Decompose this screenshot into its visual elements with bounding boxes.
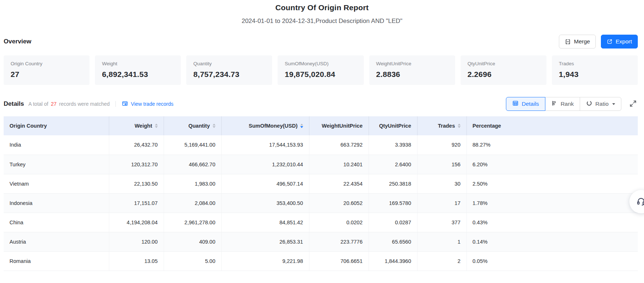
cell-percentage: 0.14% — [466, 232, 638, 251]
details-right: DetailsRankRatio — [506, 97, 638, 111]
cell-qtyunitprice: 2.6400 — [369, 155, 417, 174]
cell-percentage: 1.78% — [466, 193, 638, 213]
column-header-label: Weight — [134, 123, 152, 129]
export-button[interactable]: Export — [601, 35, 638, 49]
report-header: Country Of Origin Report 2024-01-01 to 2… — [0, 0, 644, 25]
column-header-label: WeightUnitPrice — [322, 123, 363, 129]
cell-qtyunitprice: 3.3938 — [369, 135, 417, 155]
cell-weightunitprice: 22.4354 — [309, 174, 369, 193]
stat-card-weightunitprice: WeightUnitPrice2.8836 — [369, 55, 455, 85]
table-grid-icon — [512, 100, 519, 108]
stat-card-value: 8,757,234.73 — [193, 70, 265, 79]
merge-button-label: Merge — [574, 38, 590, 45]
cell-weightunitprice: 663.7292 — [309, 135, 369, 155]
stat-card-qtyunitprice: QtyUnitPrice2.2696 — [461, 55, 546, 85]
column-header-label: SumOfMoney(USD) — [249, 123, 298, 129]
donut-chart-icon — [586, 100, 592, 108]
vertical-divider — [115, 101, 116, 107]
page-title: Country Of Origin Report — [0, 3, 644, 12]
view-trade-records-link[interactable]: View trade records — [122, 100, 173, 108]
column-header-label: Percentage — [473, 123, 501, 129]
cell-qtyunitprice: 250.3818 — [369, 174, 417, 193]
table-body: India26,432.705,169,441.0017,544,153.936… — [4, 135, 638, 271]
overview-actions: Merge Export — [559, 35, 638, 49]
match-suffix: records were matched — [59, 101, 110, 107]
cell-trades: 30 — [417, 174, 466, 193]
overview-heading: Overview — [4, 38, 31, 45]
view-tab-label: Details — [522, 101, 539, 107]
merge-button[interactable]: Merge — [559, 35, 596, 49]
table-row-austria: Austria120.00409.0026,853.31223.777665.6… — [4, 232, 638, 251]
stat-card-quantity: Quantity8,757,234.73 — [186, 55, 272, 85]
cell-sumofmoney-usd: 26,853.31 — [221, 232, 309, 251]
stat-card-value: 27 — [11, 70, 83, 79]
table-row-india: India26,432.705,169,441.0017,544,153.936… — [4, 135, 638, 155]
column-header-trades[interactable]: Trades — [417, 116, 466, 135]
table-row-romania: Romania13.055.009,221.98706.66511,844.39… — [4, 251, 638, 271]
column-header-sumofmoney-usd[interactable]: SumOfMoney(USD) — [221, 116, 309, 135]
cell-percentage: 0.43% — [466, 213, 638, 232]
view-tab-rank[interactable]: Rank — [545, 97, 580, 111]
cell-quantity: 5,169,441.00 — [164, 135, 221, 155]
cell-weight: 22,130.50 — [109, 174, 164, 193]
cell-sumofmoney-usd: 496,507.14 — [221, 174, 309, 193]
cell-weightunitprice: 20.6052 — [309, 193, 369, 213]
details-left: Details A total of 27 records were match… — [4, 100, 174, 108]
fullscreen-button[interactable] — [628, 99, 638, 109]
view-tab-details[interactable]: Details — [506, 97, 545, 111]
cell-origin-country: India — [4, 135, 109, 155]
cell-origin-country: China — [4, 213, 109, 232]
cell-trades: 377 — [417, 213, 466, 232]
column-header-weightunitprice: WeightUnitPrice — [309, 116, 369, 135]
column-header-label: Origin Country — [9, 123, 47, 129]
cell-origin-country: Romania — [4, 251, 109, 271]
cell-weight: 17,151.07 — [109, 193, 164, 213]
cell-weightunitprice: 706.6651 — [309, 251, 369, 271]
stat-card-value: 19,875,020.84 — [285, 70, 357, 79]
cell-trades: 1 — [417, 232, 466, 251]
table-header-row: Origin CountryWeightQuantitySumOfMoney(U… — [4, 116, 638, 135]
cell-sumofmoney-usd: 17,544,153.93 — [221, 135, 309, 155]
cell-weightunitprice: 10.2401 — [309, 155, 369, 174]
overview-cards: Origin Country27Weight6,892,341.53Quanti… — [0, 55, 644, 85]
view-tab-ratio[interactable]: Ratio — [580, 97, 621, 111]
stat-card-label: Origin Country — [11, 61, 83, 66]
column-header-weight[interactable]: Weight — [109, 116, 164, 135]
cell-percentage: 88.27% — [466, 135, 638, 155]
cell-origin-country: Vietnam — [4, 174, 109, 193]
stat-card-value: 1,943 — [559, 70, 631, 79]
stat-card-label: QtyUnitPrice — [468, 61, 540, 66]
cell-weight: 120.00 — [109, 232, 164, 251]
cell-sumofmoney-usd: 353,400.50 — [221, 193, 309, 213]
view-switcher: DetailsRankRatio — [506, 97, 621, 111]
sort-caret-icons[interactable] — [458, 124, 461, 128]
cell-percentage: 2.50% — [466, 174, 638, 193]
view-trade-records-label: View trade records — [131, 101, 173, 107]
cell-qtyunitprice: 1,844.3960 — [369, 251, 417, 271]
cell-quantity: 5.00 — [164, 251, 221, 271]
export-button-label: Export — [616, 38, 632, 45]
cell-weightunitprice: 223.7776 — [309, 232, 369, 251]
column-header-quantity[interactable]: Quantity — [164, 116, 221, 135]
headset-icon — [636, 197, 644, 207]
column-header-label: Trades — [438, 123, 455, 129]
match-summary: A total of 27 records were matched — [28, 101, 110, 107]
fullscreen-expand-icon — [629, 103, 637, 109]
cell-origin-country: Austria — [4, 232, 109, 251]
stat-card-weight: Weight6,892,341.53 — [95, 55, 181, 85]
cell-weight: 4,194,208.04 — [109, 213, 164, 232]
cell-origin-country: Indonesia — [4, 193, 109, 213]
sort-caret-icons[interactable] — [213, 124, 216, 128]
cell-trades: 17 — [417, 193, 466, 213]
column-header-label: Quantity — [188, 123, 210, 129]
column-header-percentage: Percentage — [466, 116, 638, 135]
stat-card-value: 2.8836 — [376, 70, 448, 79]
stat-card-value: 2.2696 — [468, 70, 540, 79]
merge-cells-icon — [565, 39, 571, 45]
sort-caret-icons[interactable] — [155, 124, 158, 128]
stat-card-label: Weight — [102, 61, 174, 66]
cell-weight: 26,432.70 — [109, 135, 164, 155]
sort-caret-icons[interactable] — [300, 124, 303, 128]
stat-card-label: Trades — [559, 61, 631, 66]
trade-window-icon — [122, 100, 128, 108]
